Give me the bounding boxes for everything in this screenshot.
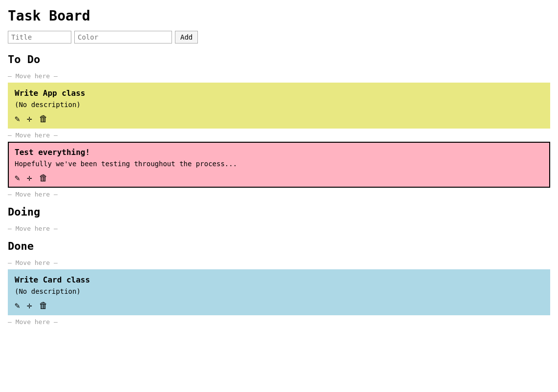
column-title-doing: Doing bbox=[8, 206, 550, 218]
task-card-card-3: Write Card class(No description)✎✛🗑 bbox=[8, 269, 550, 315]
column-title-todo: To Do bbox=[8, 53, 550, 65]
move-icon-card-2[interactable]: ✛ bbox=[27, 173, 32, 183]
move-here-top-done[interactable]: — Move here — bbox=[8, 256, 550, 269]
task-card-actions-card-2: ✎✛🗑 bbox=[15, 173, 543, 183]
task-card-title-card-3: Write Card class bbox=[15, 275, 543, 284]
task-card-actions-card-1: ✎✛🗑 bbox=[15, 113, 543, 124]
add-button[interactable]: Add bbox=[175, 31, 198, 44]
edit-icon-card-3[interactable]: ✎ bbox=[15, 300, 20, 310]
delete-icon-card-2[interactable]: 🗑 bbox=[39, 173, 48, 183]
task-card-title-card-2: Test everything! bbox=[15, 148, 543, 157]
color-input[interactable] bbox=[74, 31, 172, 44]
move-here-top-doing[interactable]: — Move here — bbox=[8, 222, 550, 235]
column-doing: Doing— Move here — bbox=[8, 206, 550, 235]
add-task-form: Add bbox=[8, 31, 550, 44]
move-icon-card-3[interactable]: ✛ bbox=[27, 300, 32, 310]
task-card-title-card-1: Write App class bbox=[15, 88, 543, 98]
move-here-after-card-3[interactable]: — Move here — bbox=[8, 315, 550, 328]
task-card-desc-card-1: (No description) bbox=[15, 101, 543, 109]
task-card-desc-card-2: Hopefully we've been testing throughout … bbox=[15, 160, 543, 168]
page-title: Task Board bbox=[8, 8, 550, 24]
column-title-done: Done bbox=[8, 240, 550, 252]
columns-container: To Do— Move here —Write App class(No des… bbox=[8, 53, 550, 328]
task-card-desc-card-3: (No description) bbox=[15, 287, 543, 295]
task-card-actions-card-3: ✎✛🗑 bbox=[15, 300, 543, 310]
edit-icon-card-1[interactable]: ✎ bbox=[15, 113, 20, 124]
task-card-card-2: Test everything!Hopefully we've been tes… bbox=[8, 142, 550, 188]
column-done: Done— Move here —Write Card class(No des… bbox=[8, 240, 550, 328]
title-input[interactable] bbox=[8, 31, 71, 44]
task-card-card-1: Write App class(No description)✎✛🗑 bbox=[8, 83, 550, 129]
move-icon-card-1[interactable]: ✛ bbox=[27, 113, 32, 124]
column-todo: To Do— Move here —Write App class(No des… bbox=[8, 53, 550, 201]
move-here-after-card-1[interactable]: — Move here — bbox=[8, 129, 550, 142]
delete-icon-card-3[interactable]: 🗑 bbox=[39, 300, 48, 310]
move-here-top-todo[interactable]: — Move here — bbox=[8, 69, 550, 83]
edit-icon-card-2[interactable]: ✎ bbox=[15, 173, 20, 183]
delete-icon-card-1[interactable]: 🗑 bbox=[39, 113, 48, 124]
move-here-after-card-2[interactable]: — Move here — bbox=[8, 188, 550, 201]
